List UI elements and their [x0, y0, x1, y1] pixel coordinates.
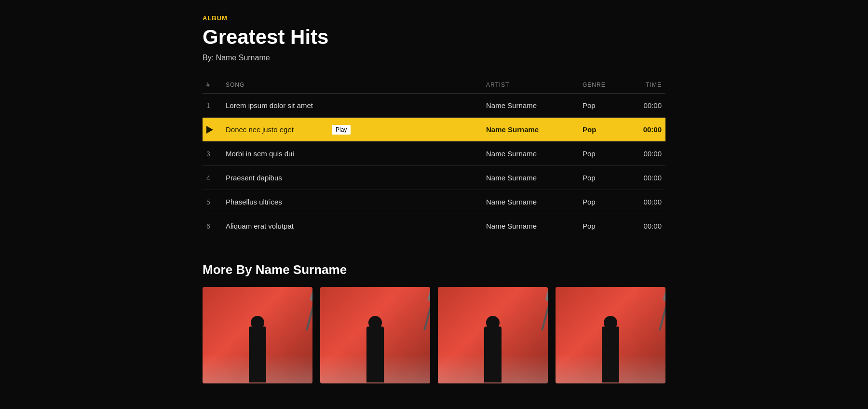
- col-header-song: SONG: [222, 77, 482, 94]
- track-time: 00:00: [627, 166, 665, 190]
- track-artist: Name Surname: [482, 190, 579, 214]
- col-header-artist: ARTIST: [482, 77, 579, 94]
- track-num: [203, 118, 222, 142]
- table-row[interactable]: 6 Aliquam erat volutpat Name Surname Pop…: [203, 214, 665, 238]
- track-genre: Pop: [579, 166, 627, 190]
- track-artist: Name Surname: [482, 214, 579, 238]
- table-row[interactable]: Donec nec justo eget Play Name Surname P…: [203, 118, 665, 142]
- track-time: 00:00: [627, 190, 665, 214]
- album-label: ALBUM: [203, 14, 665, 22]
- album-card[interactable]: [438, 287, 548, 383]
- track-artist: Name Surname: [482, 142, 579, 166]
- album-art: [438, 287, 548, 383]
- col-header-time: TIME: [627, 77, 665, 94]
- table-row[interactable]: 1 Lorem ipsum dolor sit amet Name Surnam…: [203, 94, 665, 118]
- track-num: 3: [203, 142, 222, 166]
- track-genre: Pop: [579, 214, 627, 238]
- track-num: 4: [203, 166, 222, 190]
- album-card[interactable]: [320, 287, 430, 383]
- track-song: Donec nec justo eget Play: [222, 118, 482, 142]
- track-song: Praesent dapibus: [222, 166, 482, 190]
- track-artist: Name Surname: [482, 118, 579, 142]
- track-genre: Pop: [579, 142, 627, 166]
- track-genre: Pop: [579, 190, 627, 214]
- track-genre: Pop: [579, 118, 627, 142]
- track-num: 6: [203, 214, 222, 238]
- track-time: 00:00: [627, 142, 665, 166]
- album-card[interactable]: [556, 287, 665, 383]
- album-art: [203, 287, 312, 383]
- track-song: Phasellus ultrices: [222, 190, 482, 214]
- track-time: 00:00: [627, 214, 665, 238]
- track-song: Lorem ipsum dolor sit amet: [222, 94, 482, 118]
- by-prefix: By:: [203, 54, 214, 62]
- table-row[interactable]: 5 Phasellus ultrices Name Surname Pop 00…: [203, 190, 665, 214]
- table-row[interactable]: 4 Praesent dapibus Name Surname Pop 00:0…: [203, 166, 665, 190]
- col-header-num: #: [203, 77, 222, 94]
- track-genre: Pop: [579, 94, 627, 118]
- album-card[interactable]: [203, 287, 312, 383]
- track-num: 1: [203, 94, 222, 118]
- play-tooltip: Play: [332, 125, 351, 135]
- track-num: 5: [203, 190, 222, 214]
- play-icon: [206, 126, 213, 134]
- album-art: [320, 287, 430, 383]
- track-artist: Name Surname: [482, 166, 579, 190]
- album-art: [556, 287, 665, 383]
- table-row[interactable]: 3 Morbi in sem quis dui Name Surname Pop…: [203, 142, 665, 166]
- track-time: 00:00: [627, 94, 665, 118]
- table-header-row: # SONG ARTIST GENRE TIME: [203, 77, 665, 94]
- track-song: Aliquam erat volutpat: [222, 214, 482, 238]
- album-cards: [203, 287, 665, 383]
- more-by-section: More By Name Surname: [203, 262, 665, 383]
- track-song-title: Donec nec justo eget: [226, 125, 294, 134]
- track-table: # SONG ARTIST GENRE TIME 1 Lorem ipsum d…: [203, 77, 665, 238]
- track-song: Morbi in sem quis dui: [222, 142, 482, 166]
- track-artist: Name Surname: [482, 94, 579, 118]
- track-time: 00:00: [627, 118, 665, 142]
- col-header-genre: GENRE: [579, 77, 627, 94]
- album-title: Greatest Hits: [203, 26, 665, 49]
- more-by-title: More By Name Surname: [203, 262, 665, 277]
- album-artist-line: By: Name Surname: [203, 54, 665, 62]
